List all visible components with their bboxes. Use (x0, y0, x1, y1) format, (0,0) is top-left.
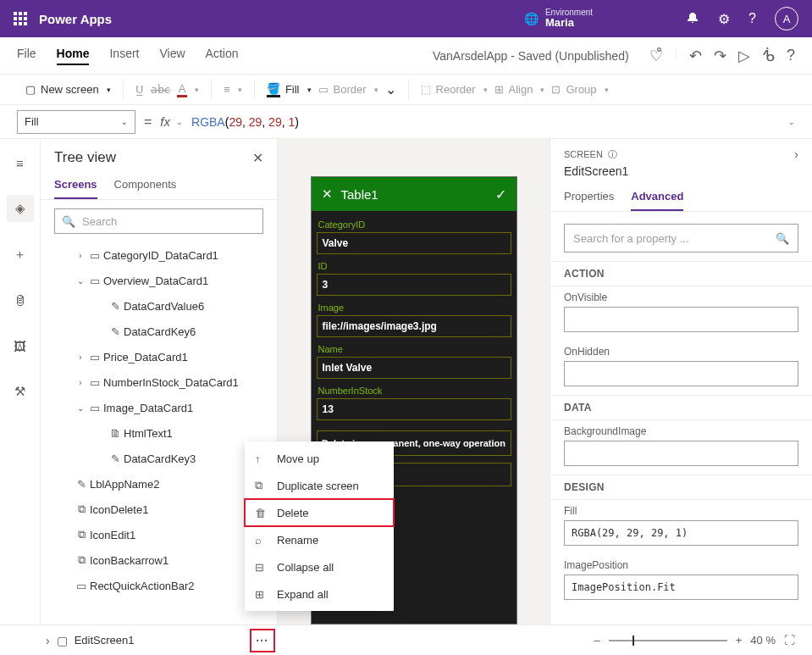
fill-input[interactable]: RGBA(29, 29, 29, 1) (564, 520, 798, 546)
field-label: Image (318, 303, 510, 313)
data-icon[interactable]: 🛢 (7, 286, 34, 314)
avatar[interactable]: A (775, 7, 798, 31)
tree-row[interactable]: ⧉IconDelete1 (44, 497, 277, 522)
check-icon[interactable]: ✓ (495, 186, 506, 203)
control-icon: ▭ (86, 351, 103, 364)
control-icon: ▭ (86, 376, 103, 389)
tree-row[interactable]: ✎DataCardValue6 (44, 293, 277, 319)
control-icon: ⧉ (73, 502, 90, 516)
onvisible-label: OnVisible (564, 291, 798, 303)
tree-row[interactable]: ▭RectQuickActionBar2 (44, 573, 277, 598)
redo-icon[interactable]: ↷ (714, 47, 726, 65)
field-label: NumberInStock (318, 386, 510, 396)
tab-properties[interactable]: Properties (564, 186, 614, 211)
share-icon[interactable]: ᕺ (762, 47, 775, 65)
undo-icon[interactable]: ↶ (689, 47, 702, 65)
gear-icon[interactable]: ⚙ (718, 11, 730, 27)
tree-item-label: NumberInStock_DataCard1 (103, 376, 270, 389)
context-menu-expand-all[interactable]: ⊞Expand all (245, 580, 394, 608)
tree-search-input[interactable]: 🔍 Search (54, 208, 263, 234)
control-icon: 🗎 (107, 427, 124, 440)
hamburger-icon[interactable]: ≡ (7, 149, 34, 176)
context-menu-move-up[interactable]: ↑Move up (245, 445, 394, 472)
field-input[interactable]: 13 (317, 398, 511, 420)
menubar: File Home Insert View Action VanArsdelAp… (0, 37, 812, 75)
formula-expand-icon[interactable]: ⌄ (788, 118, 795, 126)
tab-components[interactable]: Components (114, 173, 177, 199)
bell-icon[interactable]: 🔔︎ (686, 11, 699, 26)
tools-icon[interactable]: ⚒ (7, 378, 34, 405)
environment-picker[interactable]: 🌐 Environment Maria (524, 8, 593, 29)
field-label: Name (318, 344, 510, 354)
menu-insert[interactable]: Insert (109, 47, 139, 65)
globe-icon: 🌐 (524, 12, 539, 25)
field-input[interactable]: Inlet Valve (317, 357, 511, 379)
fill-button[interactable]: 🪣 Fill ▾ (267, 82, 312, 97)
control-icon: ✎ (107, 300, 124, 313)
media-icon[interactable]: 🖼 (7, 332, 34, 359)
zoom-slider[interactable] (609, 640, 727, 641)
field-label: CategoryID (318, 219, 510, 230)
chevron-button[interactable]: ⌄ (385, 81, 396, 97)
health-icon[interactable]: ♡̊ (649, 47, 663, 65)
new-screen-button[interactable]: ▢ New screen ▾ (25, 83, 111, 96)
context-menu: ↑Move up⧉Duplicate screen🗑Delete⌕Rename⊟… (245, 441, 394, 611)
tree-row[interactable]: ›▭CategoryID_DataCard1 (44, 242, 277, 268)
field-input[interactable]: Valve (317, 232, 511, 254)
onhidden-label: OnHidden (564, 346, 798, 358)
menu-item-label: Collapse all (277, 561, 334, 574)
zoom-in-button[interactable]: + (736, 634, 743, 647)
control-icon: ✎ (73, 478, 90, 491)
chevron-icon: › (75, 352, 86, 362)
field-input[interactable]: 3 (317, 274, 511, 296)
menu-view[interactable]: View (159, 47, 185, 65)
close-icon[interactable]: ✕ (252, 150, 263, 166)
zoom-out-button[interactable]: – (594, 634, 600, 647)
tree-row[interactable]: ⌄▭Image_DataCard1 (44, 395, 277, 420)
fx-label[interactable]: fx⌄ (160, 114, 183, 129)
close-icon[interactable]: ✕ (322, 186, 333, 202)
help2-icon[interactable]: ? (787, 47, 795, 65)
props-search-input[interactable]: Search for a property ... 🔍 (564, 224, 798, 253)
align-text-button: ≡▾ (224, 83, 242, 96)
help-icon[interactable]: ? (748, 11, 756, 26)
play-icon[interactable]: ▷ (738, 47, 750, 65)
control-icon: ▭ (86, 249, 103, 262)
tree-row[interactable]: ✎DataCardKey3 (44, 446, 277, 471)
insert-icon[interactable]: ＋ (7, 241, 34, 268)
menu-item-icon: ⊞ (255, 588, 268, 601)
imageposition-input[interactable]: ImagePosition.Fit (564, 575, 798, 600)
chevron-right-icon[interactable]: › (794, 147, 798, 161)
property-selector[interactable]: Fill⌄ (17, 110, 135, 134)
chevron-right-icon[interactable]: › (46, 634, 50, 647)
tab-advanced[interactable]: Advanced (631, 186, 683, 211)
context-menu-duplicate-screen[interactable]: ⧉Duplicate screen (245, 472, 394, 499)
imageposition-label: ImagePosition (564, 559, 798, 571)
tree-row[interactable]: ⌄▭Overview_DataCard1 (44, 268, 277, 293)
fit-icon[interactable]: ⛶ (784, 634, 795, 647)
menu-action[interactable]: Action (206, 47, 239, 65)
backgroundimage-input[interactable] (564, 441, 798, 466)
field-input[interactable]: file://images/image3.jpg (317, 315, 511, 337)
tree-row[interactable]: ›▭NumberInStock_DataCard1 (44, 369, 277, 395)
context-menu-rename[interactable]: ⌕Rename (245, 526, 394, 553)
tree-row[interactable]: ✎DataCardKey6 (44, 319, 277, 344)
menu-home[interactable]: Home (57, 47, 90, 65)
menu-file[interactable]: File (17, 47, 36, 65)
context-menu-delete[interactable]: 🗑Delete (245, 499, 394, 526)
tree-row[interactable]: ⧉IconEdit1 (44, 522, 277, 547)
onvisible-input[interactable] (564, 307, 798, 332)
info-icon[interactable]: ⓘ (608, 148, 617, 161)
tree-row[interactable]: ✎LblAppName2 (44, 471, 277, 497)
tree-row[interactable]: 🗎HtmlText1 (44, 420, 277, 446)
waffle-icon[interactable] (14, 12, 27, 25)
tree-row[interactable]: ›▭Price_DataCard1 (44, 344, 277, 369)
onhidden-input[interactable] (564, 361, 798, 386)
tree-row[interactable]: ⧉IconBackarrow1 (44, 547, 277, 573)
tree-view-icon[interactable]: ◈ (7, 195, 34, 222)
breadcrumb[interactable]: EditScreen1 (75, 634, 135, 647)
tab-screens[interactable]: Screens (54, 173, 97, 199)
context-menu-collapse-all[interactable]: ⊟Collapse all (245, 553, 394, 580)
formula-input[interactable]: RGBA(29, 29, 29, 1) (191, 110, 777, 134)
more-options-button[interactable]: ··· (250, 629, 275, 652)
